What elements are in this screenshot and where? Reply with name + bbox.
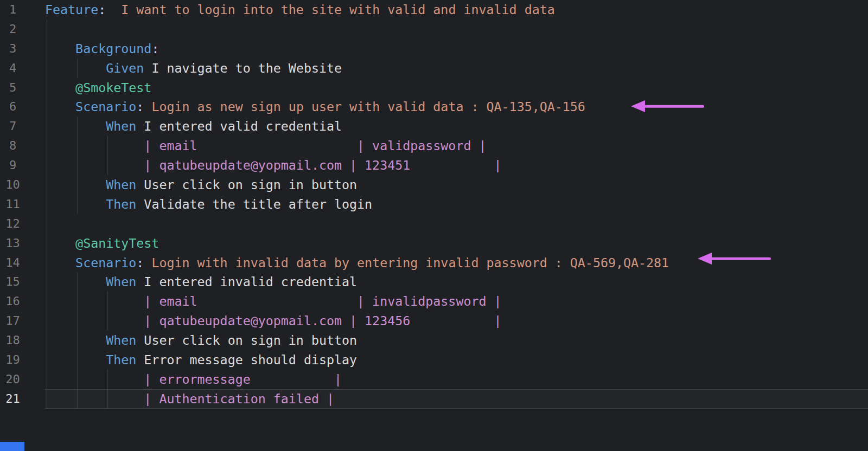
code-text: When User click on sign in button	[45, 175, 357, 195]
code-text: When I entered invalid credential	[45, 272, 357, 292]
line-number: 15	[0, 272, 25, 292]
code-text: Scenario: Login with invalid data by ent…	[45, 253, 669, 273]
indent-guide	[47, 214, 47, 234]
statusbar-remote-indicator[interactable]	[0, 442, 24, 451]
annotation-arrow-icon	[698, 252, 771, 265]
code-line[interactable]: 5 @SmokeTest	[0, 78, 868, 98]
code-line[interactable]: 11 Then Validate the title after login	[0, 195, 868, 214]
code-line[interactable]: 6 Scenario: Login as new sign up user wi…	[0, 97, 868, 117]
code-text: Given I navigate to the Website	[45, 59, 342, 78]
code-line[interactable]: 12	[0, 214, 868, 234]
code-text: | qatubeupdate@yopmail.com | 123451 |	[45, 156, 502, 175]
line-number: 3	[0, 39, 25, 59]
line-number: 18	[0, 331, 25, 350]
code-line[interactable]: 19 Then Error message should display	[0, 350, 868, 370]
code-text: Scenario: Login as new sign up user with…	[45, 97, 585, 117]
line-number: 1	[0, 0, 25, 20]
line-number: 4	[0, 59, 25, 78]
line-number: 19	[0, 350, 25, 370]
code-line[interactable]: 17 | qatubeupdate@yopmail.com | 123456 |	[0, 311, 868, 331]
code-text: | Authentication failed |	[45, 389, 334, 409]
code-text: | email | invalidpassword |	[45, 292, 502, 311]
code-text: @SmokeTest	[45, 78, 151, 98]
code-line[interactable]: 7 When I entered valid credential	[0, 117, 868, 136]
code-text: Then Error message should display	[45, 350, 357, 370]
line-number: 14	[0, 253, 25, 273]
code-text: | errormessage |	[45, 370, 342, 389]
line-number: 12	[0, 214, 25, 234]
line-number: 17	[0, 311, 25, 331]
code-text: Background:	[45, 39, 159, 59]
code-text: | email | validpassword |	[45, 136, 487, 156]
line-number: 2	[0, 20, 25, 39]
annotation-arrow-icon	[631, 100, 704, 113]
code-editor[interactable]: 1Feature: I want to login into the site …	[0, 0, 868, 409]
code-text: @SanityTest	[45, 234, 159, 253]
code-line[interactable]: 4 Given I navigate to the Website	[0, 59, 868, 78]
line-number: 8	[0, 136, 25, 156]
line-number: 20	[0, 370, 25, 389]
code-line[interactable]: 16 | email | invalidpassword |	[0, 292, 868, 311]
code-line[interactable]: 3 Background:	[0, 39, 868, 59]
line-number: 6	[0, 97, 25, 117]
code-text: Then Validate the title after login	[45, 195, 372, 214]
code-text: When I entered valid credential	[45, 117, 342, 136]
code-line[interactable]: 18 When User click on sign in button	[0, 331, 868, 350]
line-number: 10	[0, 175, 25, 195]
code-line[interactable]: 21 | Authentication failed |	[0, 389, 868, 409]
line-number: 9	[0, 156, 25, 175]
code-text: When User click on sign in button	[45, 331, 357, 350]
line-number: 21	[0, 389, 25, 409]
code-text: Feature: I want to login into the site w…	[45, 0, 555, 20]
code-line[interactable]: 9 | qatubeupdate@yopmail.com | 123451 |	[0, 156, 868, 175]
indent-guide	[47, 20, 47, 39]
code-line[interactable]: 2	[0, 20, 868, 39]
code-line[interactable]: 13 @SanityTest	[0, 234, 868, 253]
code-line[interactable]: 20 | errormessage |	[0, 370, 868, 389]
code-line[interactable]: 8 | email | validpassword |	[0, 136, 868, 156]
line-number: 13	[0, 234, 25, 253]
line-number: 11	[0, 195, 25, 214]
code-text: | qatubeupdate@yopmail.com | 123456 |	[45, 311, 502, 331]
code-line[interactable]: 1Feature: I want to login into the site …	[0, 0, 868, 20]
line-number: 7	[0, 117, 25, 136]
line-number: 5	[0, 78, 25, 98]
code-editor-screenshot: 1Feature: I want to login into the site …	[0, 0, 868, 451]
code-line[interactable]: 10 When User click on sign in button	[0, 175, 868, 195]
code-line[interactable]: 15 When I entered invalid credential	[0, 272, 868, 292]
line-number: 16	[0, 292, 25, 311]
